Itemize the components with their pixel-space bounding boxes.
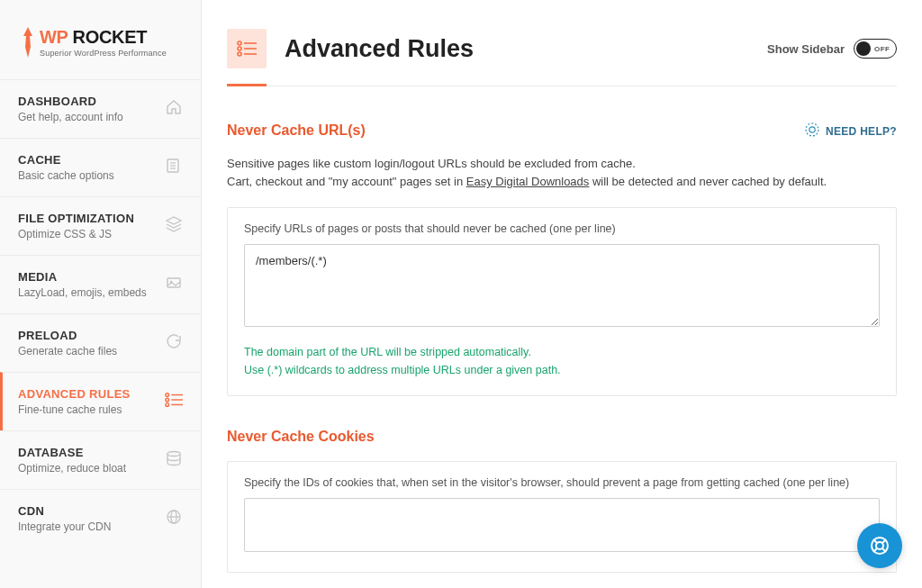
nav-title: DATABASE — [18, 446, 126, 459]
svg-line-27 — [882, 539, 886, 543]
nav-subtitle: LazyLoad, emojis, embeds — [18, 286, 147, 299]
show-sidebar-label: Show Sidebar — [767, 42, 845, 56]
need-help-link[interactable]: NEED HELP? — [805, 122, 897, 140]
sidebar-item-file-optimization[interactable]: FILE OPTIMIZATIONOptimize CSS & JS — [0, 196, 201, 255]
nav-subtitle: Fine-tune cache rules — [18, 403, 131, 416]
sidebar-item-cdn[interactable]: CDNIntegrate your CDN — [0, 489, 201, 547]
svg-point-8 — [166, 403, 169, 407]
svg-line-26 — [873, 539, 877, 543]
page-title: Advanced Rules — [285, 35, 474, 63]
nav: DASHBOARDGet help, account infoCACHEBasi… — [0, 79, 201, 547]
nav-title: ADVANCED RULES — [18, 387, 131, 401]
show-sidebar-toggle[interactable]: OFF — [854, 39, 897, 59]
logo-mark-icon — [20, 27, 36, 61]
media-icon — [165, 274, 183, 295]
svg-point-25 — [876, 542, 883, 549]
sidebar-item-dashboard[interactable]: DASHBOARDGet help, account info — [0, 79, 201, 138]
never-cache-urls-label: Specify URLs of pages or posts that shou… — [244, 222, 880, 235]
svg-point-16 — [238, 41, 241, 45]
section-desc-never-cache-urls: Sensitive pages like custom login/logout… — [227, 155, 897, 191]
sidebar-item-cache[interactable]: CACHEBasic cache options — [0, 138, 201, 196]
chat-help-button[interactable] — [857, 523, 902, 568]
sidebar-item-database[interactable]: DATABASEOptimize, reduce bloat — [0, 430, 201, 489]
svg-point-6 — [166, 394, 169, 397]
nav-title: CACHE — [18, 153, 114, 167]
dashboard-icon — [165, 98, 183, 120]
svg-point-17 — [238, 47, 241, 50]
help-icon — [805, 122, 819, 140]
nav-title: CDN — [18, 504, 111, 518]
preload-icon — [165, 332, 183, 354]
nav-title: FILE OPTIMIZATION — [18, 212, 134, 225]
svg-point-18 — [238, 52, 241, 56]
sidebar-item-preload[interactable]: PRELOADGenerate cache files — [0, 313, 201, 372]
sidebar-item-media[interactable]: MEDIALazyLoad, emojis, embeds — [0, 255, 201, 313]
file-optimization-icon — [165, 215, 183, 237]
svg-point-23 — [809, 127, 815, 132]
nav-subtitle: Optimize CSS & JS — [18, 228, 134, 240]
tab-underline — [227, 85, 897, 86]
nav-title: PRELOAD — [18, 329, 117, 342]
nav-subtitle: Generate cache files — [18, 345, 117, 357]
never-cache-urls-input[interactable] — [244, 244, 880, 327]
svg-point-7 — [166, 398, 169, 402]
edd-link[interactable]: Easy Digital Downloads — [466, 175, 590, 188]
main: Advanced Rules Show Sidebar OFF Never Ca… — [202, 0, 922, 588]
svg-line-29 — [882, 548, 886, 552]
svg-line-28 — [873, 548, 877, 552]
database-icon — [165, 449, 183, 471]
section-title-never-cache-cookies: Never Cache Cookies — [227, 429, 897, 445]
sidebar-item-advanced-rules[interactable]: ADVANCED RULESFine-tune cache rules — [0, 372, 201, 430]
page-header: Advanced Rules Show Sidebar OFF — [227, 29, 897, 68]
section-title-never-cache-urls: Never Cache URL(s) — [227, 122, 366, 139]
sidebar: WP ROCKET Superior WordPress Performance… — [0, 0, 202, 588]
never-cache-urls-hint: The domain part of the URL will be strip… — [244, 343, 880, 379]
svg-point-22 — [806, 123, 818, 136]
cache-icon — [165, 157, 183, 178]
logo: WP ROCKET Superior WordPress Performance — [0, 0, 201, 79]
cdn-icon — [165, 508, 183, 529]
nav-subtitle: Get help, account info — [18, 111, 123, 123]
never-cache-cookies-block: Specify the IDs of cookies that, when se… — [227, 461, 897, 573]
nav-subtitle: Basic cache options — [18, 169, 114, 182]
nav-title: DASHBOARD — [18, 95, 123, 108]
never-cache-cookies-label: Specify the IDs of cookies that, when se… — [244, 476, 880, 489]
advanced-rules-icon — [165, 392, 183, 412]
svg-point-12 — [167, 452, 180, 457]
nav-subtitle: Optimize, reduce bloat — [18, 462, 126, 475]
advanced-rules-icon — [227, 29, 267, 68]
nav-title: MEDIA — [18, 270, 147, 284]
nav-subtitle: Integrate your CDN — [18, 520, 111, 533]
never-cache-urls-block: Specify URLs of pages or posts that shou… — [227, 207, 897, 396]
never-cache-cookies-input[interactable] — [244, 498, 880, 552]
